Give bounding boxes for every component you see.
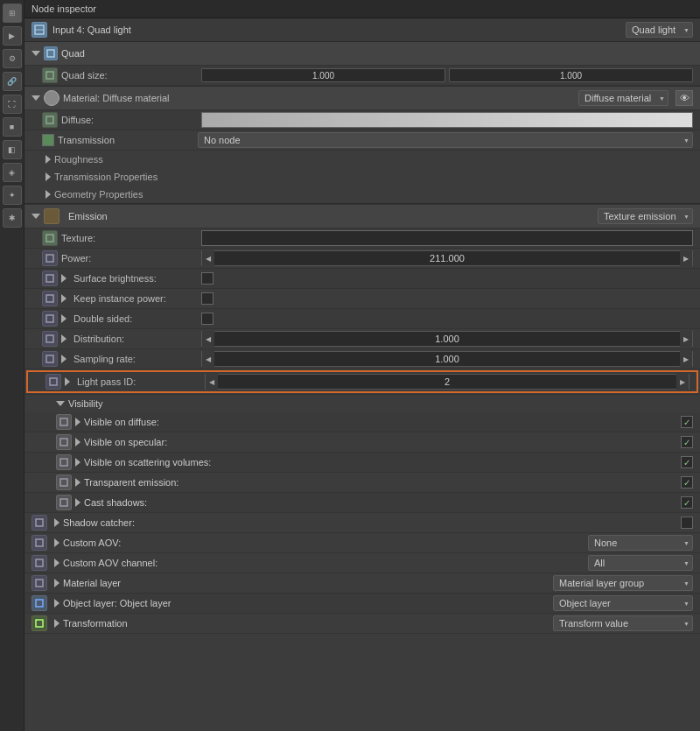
ds-triangle: [61, 314, 66, 323]
title-bar: Node inspector: [24, 0, 700, 18]
lp-inc[interactable]: ▶: [676, 374, 689, 390]
custom-aov-dropdown-wrap[interactable]: None: [588, 535, 693, 551]
svg-rect-10: [46, 335, 53, 342]
node-icon: [32, 22, 47, 38]
power-dec[interactable]: ◀: [202, 250, 214, 266]
emission-type-dropdown-wrap[interactable]: Texture emission: [598, 208, 693, 224]
power-input[interactable]: ◀ 211.000 ▶: [201, 250, 693, 266]
dist-dec[interactable]: ◀: [202, 331, 214, 347]
dist-inc[interactable]: ▶: [680, 331, 692, 347]
type-dropdown-wrap[interactable]: Quad light: [626, 22, 693, 38]
transmission-dropdown-wrap[interactable]: No node: [198, 132, 693, 148]
texture-input[interactable]: [201, 230, 693, 246]
surface-brightness-checkbox[interactable]: [201, 272, 214, 285]
keep-instance-control[interactable]: [201, 292, 693, 305]
quad-size-slider2[interactable]: 1.000: [449, 68, 693, 82]
sr-dec[interactable]: ◀: [202, 351, 214, 367]
distribution-value: 1.000: [214, 334, 680, 344]
svg-rect-18: [36, 519, 43, 526]
sidebar-icon-7[interactable]: ◧: [3, 140, 22, 159]
transparent-emission-icon: [56, 474, 72, 490]
custom-aov-channel-dropdown-wrap[interactable]: All: [588, 555, 693, 571]
mat-type-dropdown-wrap[interactable]: Diffuse material: [578, 90, 668, 106]
shadow-catcher-checkbox[interactable]: [681, 517, 693, 529]
object-layer-dropdown-wrap[interactable]: Object layer: [553, 595, 693, 611]
transformation-dropdown-wrap[interactable]: Transform value: [553, 615, 693, 631]
roughness-row[interactable]: Roughness: [24, 151, 700, 168]
diffuse-icon: [42, 112, 58, 128]
cast-shadows-checkbox[interactable]: [681, 496, 693, 509]
lp-dec[interactable]: ◀: [206, 374, 218, 390]
mat-type-dropdown[interactable]: Diffuse material: [578, 90, 668, 106]
quad-size-val2: 1.000: [560, 71, 582, 81]
sidebar-icon-8[interactable]: ◈: [3, 163, 22, 182]
sampling-rate-input[interactable]: ◀ 1.000 ▶: [201, 351, 693, 367]
surface-brightness-icon: [42, 271, 58, 286]
svg-rect-4: [46, 116, 53, 123]
custom-aov-icon: [32, 535, 47, 551]
type-dropdown[interactable]: Quad light: [626, 22, 693, 38]
distribution-input[interactable]: ◀ 1.000 ▶: [201, 331, 693, 347]
visibility-header[interactable]: Visibility: [24, 395, 700, 412]
emission-type-dropdown[interactable]: Texture emission: [598, 208, 693, 224]
custom-aov-channel-dropdown[interactable]: All: [588, 555, 693, 571]
sidebar-icon-10[interactable]: ✱: [3, 208, 22, 228]
vis-specular-label: Visible on specular:: [84, 437, 681, 447]
vis-specular-checkbox[interactable]: [681, 436, 693, 448]
quad-size-slider1[interactable]: 1.000: [201, 68, 445, 82]
sidebar-icon-9[interactable]: ✦: [3, 186, 22, 205]
vis-scattering-checkbox[interactable]: [681, 456, 693, 468]
sidebar-icon-5[interactable]: ⛶: [3, 95, 22, 114]
distribution-control[interactable]: ◀ 1.000 ▶: [201, 331, 693, 347]
transmission-control: No node: [198, 132, 693, 148]
surface-brightness-label: Surface brightness:: [61, 273, 201, 284]
texture-control[interactable]: [201, 230, 693, 246]
diffuse-color-bar[interactable]: [201, 112, 693, 128]
power-row: Power: ◀ 211.000 ▶: [24, 249, 700, 269]
svg-rect-5: [46, 235, 53, 242]
sidebar-icon-6[interactable]: ■: [3, 117, 22, 137]
material-layer-dropdown-wrap[interactable]: Material layer group: [553, 575, 693, 591]
power-control[interactable]: ◀ 211.000 ▶: [201, 250, 693, 266]
diffuse-label: Diffuse:: [61, 115, 201, 125]
geometry-props-row[interactable]: Geometry Properties: [24, 186, 700, 203]
quad-triangle: [32, 51, 40, 56]
top-bar: Input 4: Quad light Quad light: [24, 18, 700, 42]
sidebar-icon-4[interactable]: 🔗: [3, 72, 22, 91]
sampling-rate-control[interactable]: ◀ 1.000 ▶: [201, 351, 693, 367]
surface-brightness-control[interactable]: [201, 272, 693, 285]
svg-rect-22: [36, 600, 43, 607]
sidebar-icon-2[interactable]: ▶: [3, 26, 22, 46]
sampling-rate-label: Sampling rate:: [61, 354, 201, 364]
power-inc[interactable]: ▶: [680, 250, 692, 266]
sidebar-icon-1[interactable]: ⊞: [3, 4, 22, 23]
vs-triangle: [75, 438, 80, 446]
sr-inc[interactable]: ▶: [680, 351, 692, 367]
mat-eye-icon[interactable]: 👁: [676, 90, 693, 106]
custom-aov-channel-label: Custom AOV channel:: [63, 558, 588, 568]
sidebar-icon-3[interactable]: ⚙: [3, 49, 22, 68]
keep-instance-checkbox[interactable]: [201, 292, 214, 305]
double-sided-checkbox[interactable]: [201, 313, 214, 325]
svg-rect-6: [46, 255, 53, 262]
custom-aov-dropdown[interactable]: None: [588, 535, 693, 551]
material-layer-icon: [32, 575, 47, 591]
double-sided-control[interactable]: [201, 313, 693, 325]
transmission-dropdown[interactable]: No node: [198, 132, 693, 148]
quad-header[interactable]: Quad: [24, 42, 700, 66]
transformation-icon: [32, 615, 47, 631]
vis-diffuse-checkbox[interactable]: [681, 416, 693, 428]
input-info: Input 4: Quad light: [32, 22, 131, 38]
texture-label: Texture:: [61, 233, 201, 243]
power-value: 211.000: [214, 253, 680, 264]
quad-label: Quad: [61, 48, 85, 59]
diffuse-control[interactable]: [201, 112, 693, 128]
light-pass-input[interactable]: ◀ 2 ▶: [205, 374, 690, 390]
transmission-props-row[interactable]: Transmission Properties: [24, 168, 700, 186]
light-pass-control[interactable]: ◀ 2 ▶: [205, 374, 690, 390]
material-layer-dropdown[interactable]: Material layer group: [553, 575, 693, 591]
cast-shadows-label: Cast shadows:: [84, 497, 681, 508]
object-layer-dropdown[interactable]: Object layer: [553, 595, 693, 611]
transformation-dropdown[interactable]: Transform value: [553, 615, 693, 631]
transparent-emission-checkbox[interactable]: [681, 476, 693, 489]
